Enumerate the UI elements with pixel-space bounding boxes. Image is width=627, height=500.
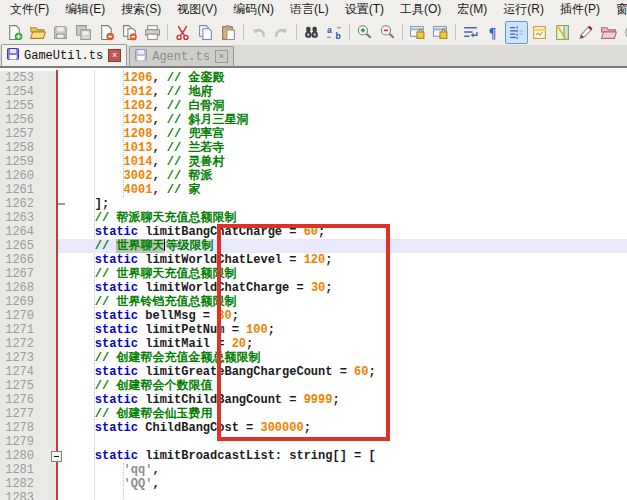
code-text[interactable]: // 创建帮会仙玉费用 (58, 407, 627, 421)
code-text[interactable]: 1202, // 白骨洞 (58, 99, 627, 113)
clock-button[interactable] (620, 21, 627, 44)
zoom-in-button[interactable] (353, 21, 376, 44)
code-text[interactable]: 1208, // 兜率宫 (58, 127, 627, 141)
menu-item-view[interactable]: 视图(V) (169, 0, 225, 20)
code-text[interactable]: static limitBangChatCharge = 60; (58, 225, 627, 239)
code-text[interactable]: static limitPetNum = 100; (58, 323, 627, 337)
line-number-margin[interactable]: 1273 (0, 351, 58, 365)
code-text[interactable]: static limitMail = 20; (58, 337, 627, 351)
line-number-margin[interactable]: 1260 (0, 169, 58, 183)
line-number-margin[interactable]: 1262 (0, 197, 58, 211)
line-number-margin[interactable]: 1278 (0, 421, 58, 435)
menu-item-run[interactable]: 运行(R) (495, 0, 552, 20)
menu-item-file[interactable]: 文件(F) (2, 0, 57, 20)
show-all-characters-button[interactable]: ¶ (482, 21, 505, 44)
code-text[interactable]: 3002, // 帮派 (58, 169, 627, 183)
menu-item-tools[interactable]: 工具(O) (392, 0, 449, 20)
code-text[interactable]: // 帮派聊天充值总额限制 (58, 211, 627, 225)
menu-item-plugins[interactable]: 插件(P) (552, 0, 608, 20)
code-text[interactable]: ]; (58, 197, 627, 211)
line-number-margin[interactable]: 1268 (0, 281, 58, 295)
line-number-margin[interactable]: 1277 (0, 407, 58, 421)
line-number-margin[interactable]: 1265 (0, 239, 58, 253)
code-text[interactable]: static limitChildBangCount = 9999; (58, 393, 627, 407)
sync-scroll-vertical-button[interactable] (406, 21, 429, 44)
code-text[interactable]: static limitBroadcastList: string[] = [ (58, 449, 627, 463)
editor[interactable]: 1253 1206, // 金銮殿1254 1012, // 地府1255 12… (0, 68, 627, 500)
open-folder-button[interactable] (26, 21, 49, 44)
line-number-margin[interactable]: 1258 (0, 141, 58, 155)
line-number-margin[interactable]: 1254 (0, 85, 58, 99)
menu-item-search[interactable]: 搜索(S) (113, 0, 169, 20)
tab-agent-ts[interactable]: Agent.ts× (129, 46, 234, 66)
tab-close-icon[interactable]: × (215, 50, 228, 63)
doc-switcher-button[interactable] (528, 21, 551, 44)
menu-item-edit[interactable]: 编辑(E) (57, 0, 113, 20)
code-text[interactable]: 1203, // 斜月三星洞 (58, 113, 627, 127)
line-number-margin[interactable]: 1272 (0, 337, 58, 351)
line-number-margin[interactable]: 1280 (0, 449, 58, 463)
line-number-margin[interactable]: 1255 (0, 99, 58, 113)
line-number-margin[interactable]: 1279 (0, 435, 58, 449)
word-wrap-button[interactable] (459, 21, 482, 44)
code-text[interactable] (58, 435, 627, 449)
code-text[interactable]: // 世界聊天充值总额限制 (58, 267, 627, 281)
code-text[interactable]: 1206, // 金銮殿 (58, 71, 627, 85)
code-text[interactable]: // 世界聊天等级限制 (58, 239, 627, 253)
menu-item-settings[interactable]: 设置(T) (337, 0, 392, 20)
code-text[interactable]: // 创建帮会充值金额总额限制 (58, 351, 627, 365)
close-file-button[interactable] (95, 21, 118, 44)
code-text[interactable]: static limitWorldChatCharge = 30; (58, 281, 627, 295)
line-number-margin[interactable]: 1266 (0, 253, 58, 267)
line-number-margin[interactable]: 1282 (0, 477, 58, 491)
indent-guide-button[interactable] (505, 21, 528, 44)
new-file-button[interactable] (3, 21, 26, 44)
line-number-margin[interactable]: 1283 (0, 491, 58, 500)
line-number-margin[interactable]: 1269 (0, 295, 58, 309)
line-number-margin[interactable]: 1257 (0, 127, 58, 141)
code-text[interactable]: // 创建帮会个数限值 (58, 379, 627, 393)
menu-item-window[interactable]: 窗口(W) (608, 0, 627, 20)
line-number-margin[interactable]: 1259 (0, 155, 58, 169)
fold-collapse-box[interactable] (51, 451, 62, 462)
code-text[interactable]: 1013, // 兰若寺 (58, 141, 627, 155)
find-button[interactable] (300, 21, 323, 44)
print-button[interactable] (141, 21, 164, 44)
code-text[interactable]: 1014, // 灵兽村 (58, 155, 627, 169)
line-number-margin[interactable]: 1276 (0, 393, 58, 407)
code-text[interactable]: static ChildBangCost = 300000; (58, 421, 627, 435)
tab-gameutil-ts[interactable]: GameUtil.ts× (1, 44, 127, 66)
line-number-margin[interactable]: 1270 (0, 309, 58, 323)
line-number-margin[interactable]: 1267 (0, 267, 58, 281)
close-all-button[interactable] (118, 21, 141, 44)
replace-button[interactable]: ab (323, 21, 346, 44)
line-number-margin[interactable]: 1271 (0, 323, 58, 337)
code-text[interactable]: static bellMsg = 30; (58, 309, 627, 323)
tab-close-icon[interactable]: × (108, 49, 121, 62)
line-number-margin[interactable]: 1261 (0, 183, 58, 197)
menu-item-language[interactable]: 语言(L) (282, 0, 337, 20)
document-map-button[interactable] (551, 21, 574, 44)
code-text[interactable]: 4001, // 家 (58, 183, 627, 197)
line-number-margin[interactable]: 1275 (0, 379, 58, 393)
menu-item-macro[interactable]: 宏(M) (449, 0, 495, 20)
code-text[interactable]: // 世界铃铛充值总额限制 (58, 295, 627, 309)
menu-item-encoding[interactable]: 编码(N) (225, 0, 282, 20)
code-text[interactable]: 'QQ', (58, 477, 627, 491)
line-number-margin[interactable]: 1256 (0, 113, 58, 127)
line-number-margin[interactable]: 1263 (0, 211, 58, 225)
code-text[interactable]: 'qq', (58, 463, 627, 477)
line-number-margin[interactable]: 1264 (0, 225, 58, 239)
line-number-margin[interactable]: 1281 (0, 463, 58, 477)
sync-scroll-horizontal-button[interactable] (429, 21, 452, 44)
code-text[interactable]: static limitWorldChatLevel = 120; (58, 253, 627, 267)
code-text[interactable]: static limitGreateBangChargeCount = 60; (58, 365, 627, 379)
line-number-margin[interactable]: 1274 (0, 365, 58, 379)
code-text[interactable]: 1012, // 地府 (58, 85, 627, 99)
line-number-margin[interactable]: 1253 (0, 71, 58, 85)
macro-record-button[interactable] (574, 21, 597, 44)
code-text[interactable] (58, 491, 627, 500)
folder-as-workspace-button[interactable] (597, 21, 620, 44)
copy-button[interactable] (194, 21, 217, 44)
cut-button[interactable] (171, 21, 194, 44)
